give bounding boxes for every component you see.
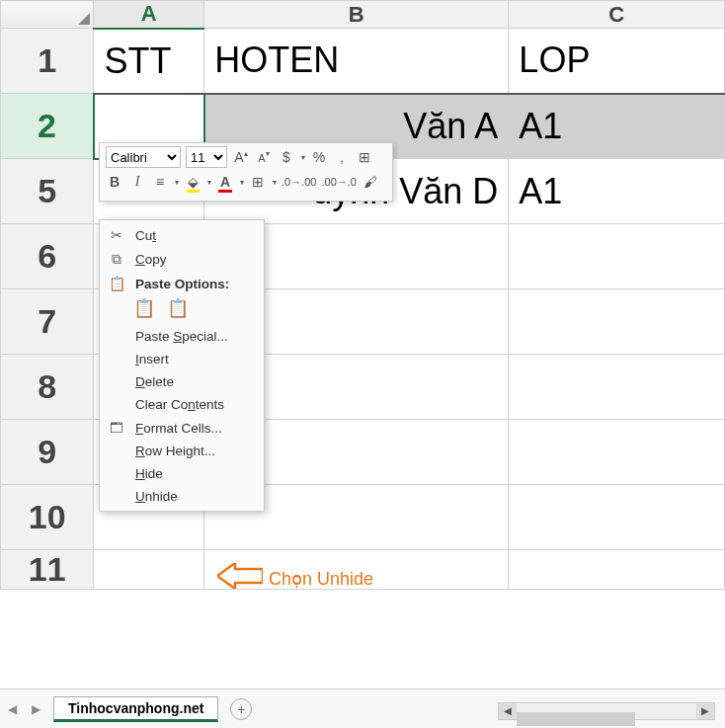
scroll-thumb[interactable] xyxy=(517,712,635,726)
menu-copy-label: Copy xyxy=(135,252,167,267)
row-header-11[interactable]: 11 xyxy=(1,550,94,590)
mini-toolbar: Calibri 11 A▴ A▾ $▾ % , ⊞ B I ≡▾ ⬙▾ A▾ ⊞… xyxy=(99,142,393,202)
menu-delete-label: Delete xyxy=(135,374,174,389)
paste-keep-formatting-icon[interactable]: 📋 xyxy=(133,297,155,319)
row-header-1[interactable]: 1 xyxy=(1,29,94,94)
bold-button[interactable]: B xyxy=(106,174,123,190)
menu-delete[interactable]: Delete xyxy=(100,370,264,393)
copy-icon: ⧉ xyxy=(106,251,127,268)
menu-insert-label: Insert xyxy=(135,352,169,366)
context-menu: ✂ Cut ⧉ Copy 📋 Paste Options: 📋 📋 Paste … xyxy=(99,219,265,512)
sheet-tab-bar: ◀ ▶ Tinhocvanphong.net + ◀ ▶ xyxy=(0,688,725,728)
increase-font-icon[interactable]: A▴ xyxy=(232,149,250,165)
scroll-right-button[interactable]: ▶ xyxy=(696,703,714,719)
select-all-corner[interactable] xyxy=(1,1,94,29)
cell-C10[interactable] xyxy=(509,485,725,550)
paste-values-icon[interactable]: 📋 xyxy=(167,297,189,319)
menu-hide[interactable]: Hide xyxy=(100,462,264,485)
menu-rowheight-label: Row Height... xyxy=(135,444,215,458)
cell-A11[interactable] xyxy=(94,550,204,590)
menu-clear-label: Clear Contents xyxy=(135,397,224,412)
format-painter-icon[interactable]: ⊞ xyxy=(356,149,373,165)
annotation-arrow xyxy=(217,563,263,589)
cell-C1[interactable]: LOP xyxy=(509,29,725,94)
sheet-tab[interactable]: Tinhocvanphong.net xyxy=(53,696,218,722)
font-size-select[interactable]: 11 xyxy=(186,146,227,168)
font-family-select[interactable]: Calibri xyxy=(106,146,181,168)
menu-copy[interactable]: ⧉ Copy xyxy=(100,247,264,272)
font-color-icon[interactable]: A xyxy=(216,174,234,190)
cell-C8[interactable] xyxy=(509,355,725,420)
percent-format-icon[interactable]: % xyxy=(310,149,328,165)
menu-paste-options-label: Paste Options: xyxy=(135,277,229,291)
row-header-7[interactable]: 7 xyxy=(1,289,94,355)
menu-paste-special[interactable]: Paste Special... xyxy=(100,325,264,348)
annotation-text: Chọn Unhide xyxy=(269,568,373,590)
row-header-8[interactable]: 8 xyxy=(1,355,94,420)
menu-cut-label: Cut xyxy=(135,228,156,243)
menu-clear-contents[interactable]: Clear Contents xyxy=(100,393,264,416)
tab-scroll-left[interactable]: ◀ xyxy=(2,699,22,719)
cell-C9[interactable] xyxy=(509,420,725,485)
comma-format-icon[interactable]: , xyxy=(333,149,351,165)
menu-format-label: Format Cells... xyxy=(135,421,222,436)
menu-paste-options: 📋 Paste Options: xyxy=(100,272,264,295)
row-header-6[interactable]: 6 xyxy=(1,224,94,289)
cell-C6[interactable] xyxy=(509,224,725,289)
align-icon[interactable]: ≡ xyxy=(151,174,169,190)
col-header-A[interactable]: A xyxy=(94,1,204,29)
decrease-decimal-icon[interactable]: .00→.0 xyxy=(321,176,356,188)
cell-C11[interactable] xyxy=(509,550,725,590)
cell-C2[interactable]: A1 xyxy=(509,94,725,159)
menu-paste-special-label: Paste Special... xyxy=(135,329,228,344)
cell-B1[interactable]: HOTEN xyxy=(204,29,509,94)
horizontal-scrollbar[interactable]: ◀ ▶ xyxy=(498,702,715,720)
format-painter-brush-icon[interactable]: 🖌 xyxy=(362,174,379,190)
menu-unhide-label: Unhide xyxy=(135,489,178,504)
row-header-2[interactable]: 2 xyxy=(1,94,94,159)
menu-unhide[interactable]: Unhide xyxy=(100,485,264,508)
clipboard-icon: 📋 xyxy=(106,276,127,291)
add-sheet-button[interactable]: + xyxy=(230,698,252,720)
tab-scroll-right[interactable]: ▶ xyxy=(26,699,45,719)
italic-button[interactable]: I xyxy=(128,174,146,190)
menu-row-height[interactable]: Row Height... xyxy=(100,440,264,462)
menu-insert[interactable]: Insert xyxy=(100,348,264,370)
format-cells-icon: 🗔 xyxy=(106,420,127,436)
borders-icon[interactable]: ⊞ xyxy=(249,174,267,190)
menu-hide-label: Hide xyxy=(135,466,163,481)
scroll-left-button[interactable]: ◀ xyxy=(499,703,517,719)
col-header-B[interactable]: B xyxy=(204,1,509,29)
col-header-C[interactable]: C xyxy=(509,1,725,29)
decrease-font-icon[interactable]: A▾ xyxy=(255,149,273,165)
row-header-10[interactable]: 10 xyxy=(1,485,94,550)
menu-format-cells[interactable]: 🗔 Format Cells... xyxy=(100,416,264,440)
increase-decimal-icon[interactable]: .0→.00 xyxy=(282,176,316,188)
cell-C5[interactable]: A1 xyxy=(509,159,725,224)
scissors-icon: ✂ xyxy=(106,227,127,243)
cell-A1[interactable]: STT xyxy=(94,29,204,94)
row-header-9[interactable]: 9 xyxy=(1,420,94,485)
row-header-5[interactable]: 5 xyxy=(1,159,94,224)
accounting-format-icon[interactable]: $ xyxy=(278,149,295,165)
menu-cut[interactable]: ✂ Cut xyxy=(100,223,264,247)
fill-color-icon[interactable]: ⬙ xyxy=(184,174,201,190)
cell-C7[interactable] xyxy=(509,289,725,355)
